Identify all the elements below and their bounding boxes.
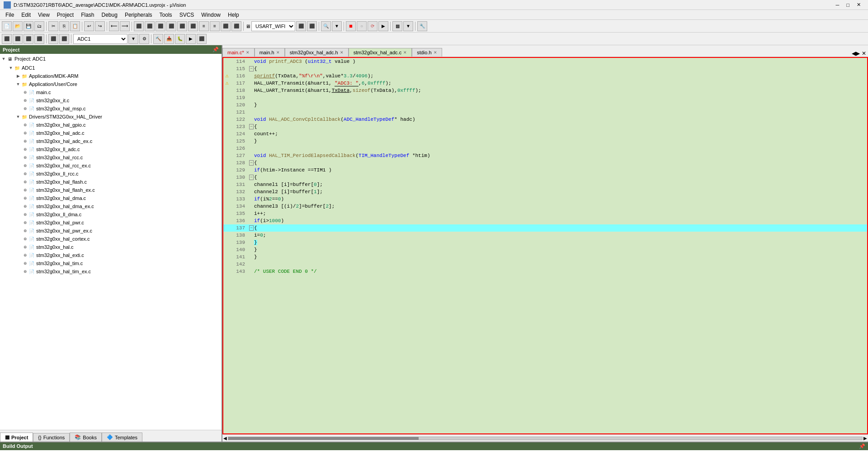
tb-btn13[interactable]: ⬛ <box>221 21 231 31</box>
cl-118[interactable]: HAL_UART_Transmit(&huart1,TxData,sizeof(… <box>254 87 867 94</box>
tb-btn12[interactable]: ≡ <box>210 21 220 31</box>
tb-cut[interactable]: ✂ <box>48 21 58 31</box>
menu-help[interactable]: Help <box>224 11 243 19</box>
tb-zoom[interactable]: 🔍 <box>321 21 331 31</box>
cl-129[interactable]: if(htim->Instance ==TIM1 ) <box>254 166 867 174</box>
tb-open[interactable]: 📂 <box>13 21 23 31</box>
tb2-settings[interactable]: ⚙ <box>139 34 149 44</box>
expand-root[interactable]: ▼ <box>1 56 6 62</box>
tree-hal[interactable]: ⊕📄stm32g0xx_hal.c <box>23 243 221 251</box>
tb-zoom-drop[interactable]: ▼ <box>332 21 342 31</box>
tree-flash-ex[interactable]: ⊕📄stm32g0xx_hal_flash_ex.c <box>23 186 221 194</box>
fold-115[interactable]: − <box>249 65 254 72</box>
tb2-btn5[interactable]: ⬛ <box>48 34 58 44</box>
build-pin[interactable]: 📌 <box>859 443 865 449</box>
tree-root[interactable]: ▼ 🖥 Project: ADC1 <box>1 55 221 63</box>
tb2-run[interactable]: ▶ <box>186 34 196 44</box>
tb-save[interactable]: 💾 <box>24 21 33 31</box>
tab-main-h[interactable]: main.h ✕ <box>255 48 285 57</box>
tree-mdk-arm[interactable]: ▶ 📁 Application/MDK-ARM <box>15 72 221 80</box>
tree-ll-rcc[interactable]: ⊕📄stm32g0xx_ll_rcc.c <box>23 170 221 178</box>
cl-137[interactable]: { <box>254 224 867 232</box>
tb-paste[interactable]: 📋 <box>70 21 80 31</box>
expand-drivers[interactable]: ▼ <box>15 114 21 119</box>
tree-main-c[interactable]: ⊕ 📄 main.c <box>23 88 221 96</box>
tree-gpio[interactable]: ⊕📄stm32g0xx_hal_gpio.c <box>23 121 221 129</box>
tb2-build[interactable]: 🔨 <box>153 34 163 44</box>
tb-btn16[interactable]: ⬛ <box>307 21 317 31</box>
tab-scroll-right[interactable]: ▶ <box>856 50 860 57</box>
tree-exti[interactable]: ⊕📄stm32g0xx_hal_exti.c <box>23 251 221 259</box>
tb-layout-drop[interactable]: ▼ <box>403 21 413 31</box>
tree-pwr-ex[interactable]: ⊕📄stm32g0xx_hal_pwr_ex.c <box>23 227 221 235</box>
tab-templates[interactable]: 🔷 Templates <box>102 433 142 442</box>
maximize-button[interactable]: □ <box>843 2 853 8</box>
expand-it-c[interactable]: ⊕ <box>23 98 28 103</box>
tb-nav-fwd[interactable]: ⟶ <box>120 21 130 31</box>
fold-123[interactable]: − <box>249 123 254 130</box>
tree-rcc[interactable]: ⊕📄stm32g0xx_hal_rcc.c <box>23 153 221 162</box>
tree-adc1[interactable]: ▼ 📁 ADC1 <box>8 64 221 72</box>
h-scroll-right[interactable]: ▶ <box>863 436 867 441</box>
cl-117[interactable]: HAL_UART_Transmit(&huart1, "ADC3: ",6,0x… <box>254 80 867 87</box>
tab-hal-adc-c[interactable]: stm32g0xx_hal_adc.c ✕ <box>349 48 412 57</box>
minimize-button[interactable]: ─ <box>832 2 843 8</box>
tab-main-h-close[interactable]: ✕ <box>276 50 280 55</box>
tab-scroll-left[interactable]: ◀ <box>852 50 856 57</box>
menu-debug[interactable]: Debug <box>98 11 121 19</box>
cl-114[interactable]: void printf_ADC3 (uint32_t value ) <box>254 58 867 65</box>
tb-redo[interactable]: ↪ <box>95 21 105 31</box>
expand-main-c[interactable]: ⊕ <box>23 90 28 95</box>
tb-btn9[interactable]: ⬛ <box>177 21 187 31</box>
tb-btn5[interactable]: ⬛ <box>134 21 144 31</box>
menu-tools[interactable]: Tools <box>156 11 176 19</box>
close-button[interactable]: ✕ <box>853 2 864 8</box>
tab-books[interactable]: 📚 Books <box>70 433 102 442</box>
cl-130[interactable]: { <box>254 174 867 181</box>
tree-tim-ex[interactable]: ⊕📄stm32g0xx_hal_tim_ex.c <box>23 267 221 276</box>
cl-143[interactable]: /* USER CODE END 0 */ <box>254 268 867 275</box>
cl-116[interactable]: sprintf(TxData,"%f\r\n",value*3.3/4096); <box>254 72 867 80</box>
tb-btn8[interactable]: ⬛ <box>166 21 176 31</box>
cl-140[interactable]: } <box>254 246 867 253</box>
tb-stop[interactable]: ⏹ <box>346 21 356 31</box>
tree-cortex[interactable]: ⊕📄stm32g0xx_hal_cortex.c <box>23 235 221 243</box>
cl-120[interactable]: } <box>254 101 867 109</box>
code-editor[interactable]: 114 void printf_ADC3 (uint32_t value ) 1… <box>222 57 868 434</box>
tb-step[interactable]: ▶ <box>378 21 388 31</box>
tree-ll-adc[interactable]: ⊕📄stm32g0xx_ll_adc.c <box>23 145 221 153</box>
cl-123[interactable]: { <box>254 123 867 130</box>
tb-btn10[interactable]: ⬛ <box>188 21 198 31</box>
tab-stdio-h-close[interactable]: ✕ <box>434 50 437 55</box>
tb-copy[interactable]: ⎘ <box>59 21 69 31</box>
tb-layout[interactable]: ▦ <box>392 21 402 31</box>
menu-view[interactable]: View <box>34 11 53 19</box>
cl-122[interactable]: void HAL_ADC_ConvCpltCallback(ADC_Handle… <box>254 116 867 123</box>
tb2-btn1[interactable]: ⬛ <box>2 34 12 44</box>
fold-130[interactable]: − <box>249 174 254 181</box>
fold-137[interactable]: − <box>249 224 254 232</box>
project-tree[interactable]: ▼ 🖥 Project: ADC1 ▼ 📁 ADC1 ▶ 📁 Applicati… <box>0 54 222 430</box>
tb2-btn6[interactable]: ⬛ <box>59 34 69 44</box>
tree-pwr[interactable]: ⊕📄stm32g0xx_hal_pwr.c <box>23 219 221 227</box>
cl-141[interactable]: } <box>254 253 867 261</box>
tab-main-c[interactable]: main.c* ✕ <box>222 48 255 57</box>
tb-circle[interactable]: ○ <box>357 21 367 31</box>
tree-adc-ex[interactable]: ⊕📄stm32g0xx_hal_adc_ex.c <box>23 137 221 145</box>
expand-user[interactable]: ▼ <box>15 81 21 87</box>
tb-new[interactable]: 📄 <box>2 21 12 31</box>
tb-undo[interactable]: ↩ <box>84 21 94 31</box>
tb-reset[interactable]: ⟳ <box>368 21 377 31</box>
tab-main-c-close[interactable]: ✕ <box>246 50 250 55</box>
tb-btn6[interactable]: ⬛ <box>145 21 155 31</box>
cl-138[interactable]: i=0; <box>254 232 867 239</box>
h-scroll-bar[interactable]: ◀ ▶ <box>222 434 868 442</box>
expand-msp-c[interactable]: ⊕ <box>23 106 28 111</box>
tree-flash[interactable]: ⊕📄stm32g0xx_hal_flash.c <box>23 178 221 186</box>
tree-dma-ex[interactable]: ⊕📄stm32g0xx_hal_dma_ex.c <box>23 202 221 210</box>
tb2-btn4[interactable]: ⬛ <box>34 34 44 44</box>
tb2-btn3[interactable]: ⬛ <box>24 34 33 44</box>
tab-functions[interactable]: {} Functions <box>33 433 70 442</box>
tb-save-all[interactable]: 🗂 <box>34 21 44 31</box>
tb-btn14[interactable]: ⬛ <box>231 21 241 31</box>
